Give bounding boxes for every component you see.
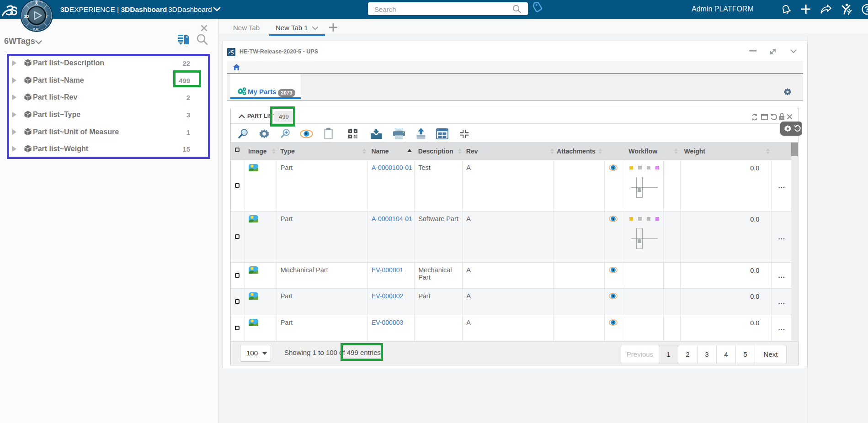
svg-text:?: ? xyxy=(865,5,868,13)
svg-text:i': i' xyxy=(46,14,48,19)
svg-text:3D: 3D xyxy=(24,14,29,19)
svg-text:V,R: V,R xyxy=(33,27,39,31)
